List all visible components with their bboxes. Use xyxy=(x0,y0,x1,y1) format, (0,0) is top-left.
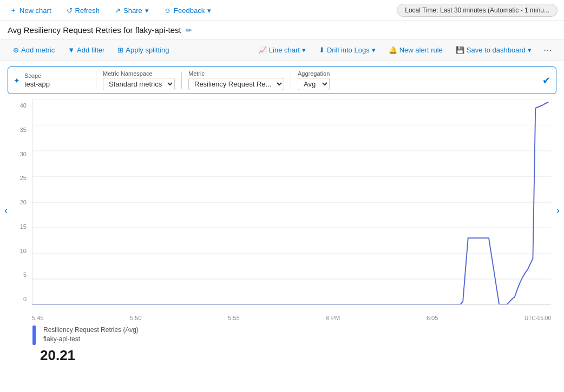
share-label: Share xyxy=(123,6,142,15)
share-icon: ↗ xyxy=(115,6,121,15)
metric-label: Metric xyxy=(188,70,284,77)
top-toolbar: ＋ New chart ↺ Refresh ↗ Share ▾ ☺ Feedba… xyxy=(0,0,564,21)
y-label-30: 30 xyxy=(8,151,29,157)
chevron-down-icon-5: ▾ xyxy=(528,46,532,54)
scope-input[interactable] xyxy=(24,80,84,88)
scope-check-icon: ✔ xyxy=(542,75,550,87)
utc-label: UTC-05:00 xyxy=(524,315,551,321)
chevron-down-icon-3: ▾ xyxy=(302,46,306,54)
x-axis: 5:45 5:50 5:55 6 PM 6:05 UTC-05:00 xyxy=(32,308,551,321)
y-label-10: 10 xyxy=(8,248,29,254)
save-icon: 💾 xyxy=(456,46,464,54)
edit-icon[interactable]: ✏ xyxy=(186,26,192,35)
time-selector-container: Local Time: Last 30 minutes (Automatic -… xyxy=(397,4,558,17)
apply-splitting-button[interactable]: ⊞ Apply splitting xyxy=(112,44,174,56)
aggregation-label: Aggregation xyxy=(298,70,330,77)
metric-field: Metric Resiliency Request Re... xyxy=(188,70,284,90)
scope-field: Scope xyxy=(24,72,89,88)
time-selector-label: Local Time: Last 30 minutes (Automatic -… xyxy=(405,6,549,14)
y-label-25: 25 xyxy=(8,175,29,181)
line-chart-button[interactable]: 📈 Line chart ▾ xyxy=(253,44,311,56)
y-label-20: 20 xyxy=(8,199,29,205)
drill-icon: ⬇ xyxy=(319,46,325,54)
alert-icon: 🔔 xyxy=(389,46,397,54)
time-selector-button[interactable]: Local Time: Last 30 minutes (Automatic -… xyxy=(397,4,558,17)
plus-icon: ＋ xyxy=(10,5,17,15)
x-label-555: 5:55 xyxy=(228,315,239,321)
refresh-label: Refresh xyxy=(75,6,100,15)
drill-into-logs-label: Drill into Logs xyxy=(327,46,370,54)
refresh-button[interactable]: ↺ Refresh xyxy=(63,4,103,17)
aggregation-select[interactable]: Avg xyxy=(298,78,330,90)
legend-color-bar xyxy=(32,325,36,345)
feedback-icon: ☺ xyxy=(164,6,171,15)
y-label-40: 40 xyxy=(8,102,29,109)
new-alert-rule-label: New alert rule xyxy=(399,46,443,54)
chart-legend: Resiliency Request Retries (Avg) flaky-a… xyxy=(0,321,564,368)
x-label-550: 5:50 xyxy=(130,315,141,321)
add-metric-label: Add metric xyxy=(21,46,55,54)
chart-icon: 📈 xyxy=(258,46,267,54)
legend-app-name: flaky-api-test xyxy=(43,335,139,344)
title-bar: Avg Resiliency Request Retries for flaky… xyxy=(0,21,564,39)
scope-divider-3 xyxy=(291,72,291,89)
y-label-0: 0 xyxy=(8,296,29,302)
filter-icon: ▼ xyxy=(68,46,75,54)
legend-text-group: Resiliency Request Retries (Avg) flaky-a… xyxy=(43,325,139,344)
scope-divider-2 xyxy=(181,72,182,89)
more-icon: ⋯ xyxy=(543,45,552,55)
scope-label: Scope xyxy=(24,72,89,79)
chart-container: ‹ › 40 35 30 25 20 15 10 5 0 xyxy=(8,99,556,321)
scope-icon: ✦ xyxy=(14,76,20,85)
legend-value: 20.21 xyxy=(40,347,532,364)
new-chart-button[interactable]: ＋ New chart xyxy=(6,3,55,17)
y-label-5: 5 xyxy=(8,271,29,278)
metric-select[interactable]: Resiliency Request Re... xyxy=(188,78,284,90)
metric-toolbar: ⊕ Add metric ▼ Add filter ⊞ Apply splitt… xyxy=(0,39,564,61)
save-to-dashboard-button[interactable]: 💾 Save to dashboard ▾ xyxy=(450,44,537,56)
chart-nav-right[interactable]: › xyxy=(554,203,562,218)
chevron-down-icon-2: ▾ xyxy=(207,6,211,15)
add-filter-button[interactable]: ▼ Add filter xyxy=(62,44,110,56)
drill-into-logs-button[interactable]: ⬇ Drill into Logs ▾ xyxy=(313,44,381,56)
page-title: Avg Resiliency Request Retries for flaky… xyxy=(8,25,181,35)
feedback-label: Feedback xyxy=(174,6,205,15)
metric-namespace-label: Metric Namespace xyxy=(103,70,175,77)
y-axis: 40 35 30 25 20 15 10 5 0 xyxy=(8,99,29,305)
scope-bar: ✦ Scope Metric Namespace Standard metric… xyxy=(8,67,556,94)
chevron-down-icon-4: ▾ xyxy=(372,46,376,54)
new-alert-rule-button[interactable]: 🔔 New alert rule xyxy=(383,44,448,56)
x-label-545: 5:45 xyxy=(32,315,43,321)
add-metric-button[interactable]: ⊕ Add metric xyxy=(8,44,60,56)
chart-line-path xyxy=(32,102,548,304)
x-label-605: 6:05 xyxy=(427,315,438,321)
metric-namespace-field: Metric Namespace Standard metrics xyxy=(103,70,175,90)
add-filter-label: Add filter xyxy=(77,46,104,54)
legend-metric-name: Resiliency Request Retries (Avg) xyxy=(43,325,139,335)
metric-namespace-select[interactable]: Standard metrics xyxy=(103,78,175,90)
y-label-15: 15 xyxy=(8,223,29,230)
add-metric-icon: ⊕ xyxy=(13,46,19,54)
feedback-button[interactable]: ☺ Feedback ▾ xyxy=(161,4,214,17)
scope-divider xyxy=(96,72,96,89)
chart-line-svg xyxy=(32,99,551,304)
chevron-down-icon: ▾ xyxy=(145,6,149,15)
line-chart-label: Line chart xyxy=(269,46,300,54)
y-label-35: 35 xyxy=(8,127,29,133)
more-options-button[interactable]: ⋯ xyxy=(539,43,556,57)
metric-toolbar-right: 📈 Line chart ▾ ⬇ Drill into Logs ▾ 🔔 New… xyxy=(253,43,556,57)
save-to-dashboard-label: Save to dashboard xyxy=(467,46,526,54)
chart-plot xyxy=(32,99,551,305)
share-button[interactable]: ↗ Share ▾ xyxy=(112,4,152,17)
x-label-6pm: 6 PM xyxy=(326,315,340,321)
apply-splitting-label: Apply splitting xyxy=(126,46,169,54)
aggregation-field: Aggregation Avg xyxy=(298,70,330,90)
new-chart-label: New chart xyxy=(19,6,51,15)
refresh-icon: ↺ xyxy=(67,6,73,15)
split-icon: ⊞ xyxy=(117,46,123,54)
legend-row: Resiliency Request Retries (Avg) flaky-a… xyxy=(32,325,532,345)
